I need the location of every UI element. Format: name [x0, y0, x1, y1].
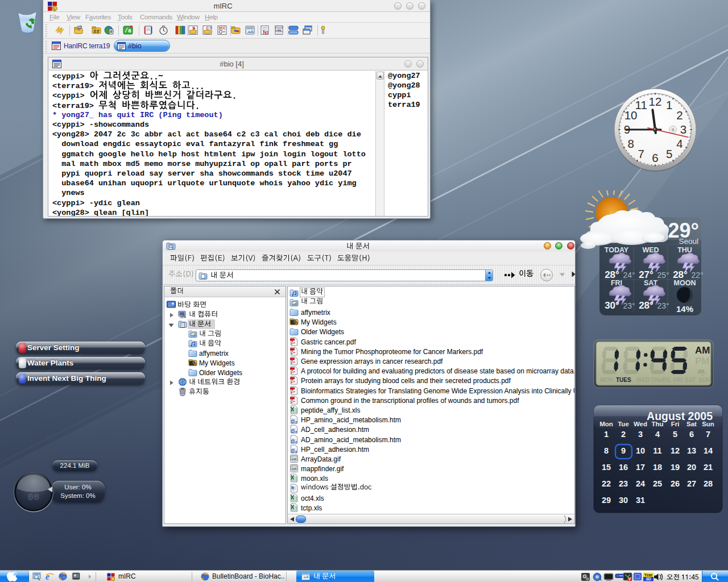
- svg-text:Sun: Sun: [702, 421, 714, 427]
- svg-text:22: 22: [602, 479, 611, 488]
- svg-text:27: 27: [687, 479, 696, 488]
- svg-text:12: 12: [671, 446, 680, 455]
- svg-text:6: 6: [689, 430, 694, 439]
- svg-text:29: 29: [602, 496, 611, 505]
- svg-text:e: e: [295, 430, 297, 434]
- svg-text:9: 9: [621, 446, 626, 455]
- svg-text:11: 11: [635, 98, 647, 111]
- svg-text:e: e: [295, 439, 297, 443]
- svg-text:3: 3: [680, 123, 686, 136]
- svg-text:28: 28: [704, 479, 713, 488]
- svg-text:5: 5: [673, 430, 677, 439]
- svg-text:Fri: Fri: [671, 421, 680, 427]
- svg-text:##: ##: [93, 29, 100, 35]
- svg-text:Sat: Sat: [686, 421, 697, 427]
- svg-text:8: 8: [604, 446, 609, 455]
- svg-text:e: e: [295, 420, 297, 424]
- svg-text:e: e: [46, 572, 49, 581]
- svg-text:17: 17: [636, 463, 645, 472]
- svg-text:3: 3: [638, 430, 643, 439]
- svg-text:15: 15: [602, 463, 611, 472]
- svg-text:Seoul: Seoul: [679, 237, 698, 246]
- svg-text:9: 9: [672, 127, 675, 132]
- svg-text:23°: 23°: [623, 301, 635, 310]
- svg-text:25°: 25°: [657, 271, 669, 280]
- svg-text:FRI: FRI: [673, 377, 682, 383]
- svg-text:26: 26: [671, 479, 680, 488]
- svg-text:SUN: SUN: [698, 377, 710, 383]
- svg-text:URL: URL: [275, 29, 283, 32]
- svg-text:?: ?: [209, 26, 212, 31]
- svg-text:N!: N!: [263, 30, 268, 35]
- svg-text:TODAY: TODAY: [605, 246, 629, 254]
- svg-text:21: 21: [704, 463, 713, 472]
- svg-text:22°: 22°: [691, 271, 703, 280]
- svg-text:23°: 23°: [657, 301, 669, 310]
- svg-text:30: 30: [619, 496, 628, 505]
- svg-text:THURS: THURS: [651, 377, 671, 383]
- svg-text:3D: 3D: [646, 577, 651, 581]
- svg-text:2: 2: [676, 109, 682, 122]
- svg-text:1: 1: [666, 98, 672, 111]
- svg-text:MOON: MOON: [674, 279, 696, 287]
- svg-text:00: 00: [28, 492, 39, 503]
- svg-text:MON: MON: [600, 377, 613, 383]
- svg-text:Mon: Mon: [599, 421, 613, 427]
- svg-text:24°: 24°: [623, 271, 635, 280]
- svg-text:7: 7: [706, 430, 710, 439]
- svg-text:8: 8: [627, 137, 634, 150]
- svg-text:14%: 14%: [676, 304, 693, 314]
- svg-text:31: 31: [636, 496, 645, 505]
- svg-text:WED: WED: [636, 377, 650, 383]
- svg-text:5: 5: [666, 147, 672, 160]
- svg-text:30°: 30°: [605, 300, 619, 311]
- svg-text:18: 18: [653, 463, 662, 472]
- svg-text:Thu: Thu: [651, 421, 663, 427]
- svg-text:DCC: DCC: [219, 27, 226, 31]
- svg-text:12: 12: [649, 95, 662, 108]
- svg-text:2: 2: [621, 430, 626, 439]
- svg-text:/a: /a: [125, 28, 131, 34]
- svg-text:1: 1: [604, 430, 609, 439]
- svg-text:Year: Year: [644, 572, 653, 576]
- svg-text:TUES: TUES: [616, 377, 631, 383]
- svg-text:V: V: [628, 576, 631, 581]
- svg-text:#: #: [110, 30, 113, 34]
- svg-text:23: 23: [619, 479, 628, 488]
- svg-text:SAT: SAT: [685, 377, 696, 383]
- svg-text:11: 11: [653, 446, 661, 455]
- svg-text:6: 6: [652, 151, 658, 164]
- svg-text:10: 10: [636, 446, 645, 455]
- svg-text:PM: PM: [695, 356, 710, 367]
- svg-text:Tue: Tue: [618, 421, 629, 427]
- svg-text:25: 25: [653, 479, 662, 488]
- svg-text:e: e: [295, 449, 297, 453]
- svg-text:AM: AM: [695, 345, 710, 356]
- svg-text:24: 24: [636, 479, 645, 488]
- svg-text:20: 20: [687, 463, 696, 472]
- svg-text:Wed: Wed: [634, 421, 647, 427]
- svg-text:4: 4: [655, 430, 660, 439]
- svg-text:7: 7: [638, 147, 644, 160]
- svg-text:28°: 28°: [639, 300, 653, 311]
- svg-text:14: 14: [704, 446, 713, 455]
- svg-text:4: 4: [676, 137, 682, 150]
- svg-text:13: 13: [687, 446, 696, 455]
- svg-text:16: 16: [619, 463, 628, 472]
- svg-text:19: 19: [671, 463, 680, 472]
